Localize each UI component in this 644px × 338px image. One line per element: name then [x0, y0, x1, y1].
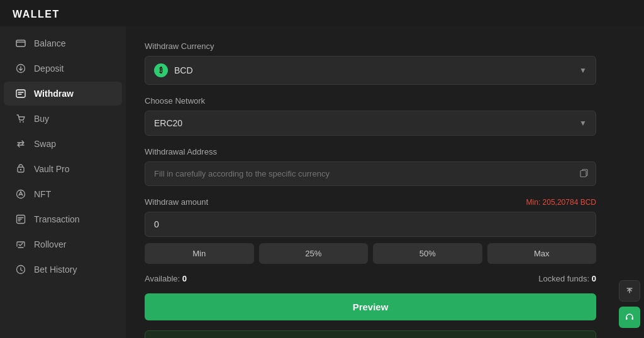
- currency-chevron-icon: ▼: [579, 66, 587, 75]
- svg-point-3: [19, 121, 21, 123]
- available-label: Available: 0: [145, 274, 187, 283]
- preview-button[interactable]: Preview: [145, 293, 596, 320]
- sidebar-label-nft: NFT: [34, 189, 51, 199]
- available-row: Available: 0 Locked funds: 0: [145, 274, 596, 283]
- currency-select[interactable]: ₿ BCD ▼: [145, 56, 596, 85]
- sidebar-label-transaction: Transaction: [34, 214, 80, 224]
- locked-funds-info: Locked funds: 0: [538, 274, 596, 283]
- sidebar: Balance Deposit Withdraw Buy: [0, 26, 126, 338]
- page-title: WALLET: [13, 9, 60, 19]
- content-area: Withdraw Currency ₿ BCD ▼ Choose Network…: [126, 26, 615, 338]
- network-select-wrapper: ERC20 ▼: [145, 111, 596, 136]
- sidebar-item-vault-pro[interactable]: Vault Pro: [4, 157, 122, 181]
- amount-header: Withdraw amount Min: 205,20784 BCD: [145, 197, 596, 207]
- 50-percent-button[interactable]: 50%: [373, 243, 482, 264]
- withdrawal-address-input[interactable]: [145, 161, 596, 186]
- network-chevron-icon: ▼: [579, 119, 587, 128]
- sidebar-item-deposit[interactable]: Deposit: [4, 57, 122, 80]
- network-select[interactable]: ERC20 ▼: [145, 111, 596, 136]
- buy-icon: [15, 113, 26, 124]
- withdraw-amount-label: Withdraw amount: [145, 197, 208, 207]
- svg-point-6: [20, 169, 21, 170]
- network-select-left: ERC20: [154, 118, 182, 128]
- svg-rect-0: [16, 40, 25, 46]
- min-amount-info: Min: 205,20784 BCD: [526, 198, 596, 207]
- sidebar-item-transaction[interactable]: Transaction: [4, 207, 122, 231]
- deposit-icon: [15, 63, 26, 74]
- vault-pro-icon: [15, 163, 26, 175]
- locked-value: 0: [592, 274, 596, 283]
- sidebar-label-swap: Swap: [34, 139, 56, 149]
- min-button[interactable]: Min: [145, 243, 254, 264]
- amount-buttons-group: Min 25% 50% Max: [145, 243, 596, 264]
- max-button[interactable]: Max: [487, 243, 597, 264]
- amount-input[interactable]: [145, 212, 596, 237]
- sidebar-item-rollover[interactable]: Rollover: [4, 232, 122, 256]
- sidebar-label-withdraw: Withdraw: [34, 89, 74, 99]
- sidebar-label-vault-pro: Vault Pro: [34, 164, 70, 174]
- available-value: 0: [182, 274, 187, 283]
- withdraw-currency-label: Withdraw Currency: [145, 41, 596, 51]
- sidebar-item-withdraw[interactable]: Withdraw: [4, 82, 122, 106]
- withdrawal-address-label: Withdrawal Address: [145, 147, 596, 156]
- currency-select-left: ₿ BCD: [154, 63, 193, 77]
- choose-network-label: Choose Network: [145, 96, 596, 106]
- support-button[interactable]: [619, 307, 640, 328]
- network-value: ERC20: [154, 118, 182, 128]
- currency-value: BCD: [174, 65, 193, 75]
- withdraw-icon: [15, 88, 26, 99]
- svg-rect-12: [632, 317, 634, 320]
- sidebar-label-bet-history: Bet History: [34, 264, 77, 275]
- min-amount-value: 205,20784 BCD: [543, 198, 596, 207]
- scroll-to-top-button[interactable]: [619, 280, 640, 302]
- currency-select-wrapper: ₿ BCD ▼: [145, 56, 596, 85]
- svg-rect-10: [580, 170, 586, 177]
- sidebar-item-buy[interactable]: Buy: [4, 107, 122, 131]
- transaction-icon: [15, 214, 26, 225]
- sidebar-item-nft[interactable]: NFT: [4, 182, 122, 206]
- sidebar-label-rollover: Rollover: [34, 239, 66, 249]
- bcd-coin-icon: ₿: [154, 63, 168, 77]
- address-input-wrapper: [145, 161, 596, 186]
- clipboard-icon: [580, 168, 589, 179]
- sidebar-label-balance: Balance: [34, 38, 66, 48]
- rollover-icon: [15, 239, 26, 250]
- balance-icon: [15, 38, 26, 49]
- swap-icon: [15, 138, 26, 150]
- svg-rect-11: [626, 317, 628, 320]
- sidebar-item-bet-history[interactable]: Bet History: [4, 258, 122, 281]
- bet-history-icon: [15, 264, 26, 275]
- right-buttons-panel: [615, 26, 644, 338]
- 25-percent-button[interactable]: 25%: [259, 243, 369, 264]
- nft-icon: [15, 188, 26, 200]
- app-header: WALLET: [0, 0, 644, 26]
- svg-point-4: [23, 121, 24, 123]
- warning-box: ℹ Withdrawals can only be made to either…: [145, 330, 596, 338]
- sidebar-label-buy: Buy: [34, 114, 49, 124]
- sidebar-label-deposit: Deposit: [34, 63, 64, 74]
- sidebar-item-swap[interactable]: Swap: [4, 132, 122, 156]
- svg-rect-2: [16, 90, 25, 97]
- sidebar-item-balance[interactable]: Balance: [4, 31, 122, 55]
